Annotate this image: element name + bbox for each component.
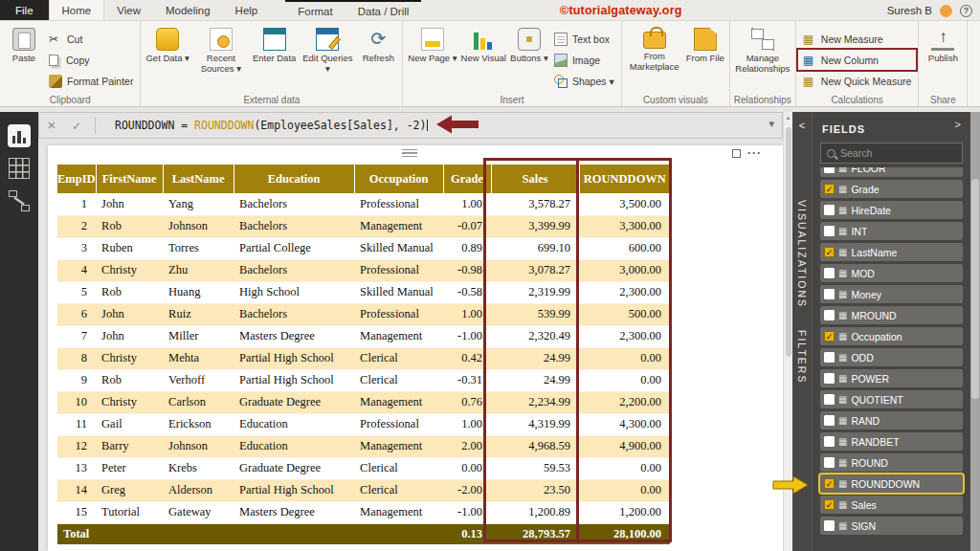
commit-icon[interactable] xyxy=(64,117,89,134)
new-measure-button[interactable]: New Measure xyxy=(799,30,916,48)
new-page-button[interactable]: New Page ▾ xyxy=(406,24,458,64)
tab-data-drill[interactable]: Data / Drill xyxy=(345,2,422,20)
visualizations-tab[interactable]: VISUALIZATIONS xyxy=(796,200,808,308)
filters-tab[interactable]: FILTERS xyxy=(796,330,808,384)
field-item-sign[interactable]: SIGN xyxy=(820,517,963,535)
table-row[interactable]: 15TutorialGatewayMasters DegreeManagemen… xyxy=(57,501,670,523)
edit-queries-button[interactable]: Edit Queries ▾ xyxy=(298,24,357,75)
new-quick-measure-button[interactable]: New Quick Measure xyxy=(799,72,916,90)
field-item-floor[interactable]: FLOOR xyxy=(820,167,963,177)
tab-home[interactable]: Home xyxy=(49,0,105,20)
report-page[interactable]: EmpIDFirstNameLastNameEducationOccupatio… xyxy=(48,145,783,551)
canvas-scrollbar-thumb[interactable] xyxy=(786,127,791,357)
nav-data-view[interactable] xyxy=(0,152,38,185)
checkbox-round[interactable] xyxy=(824,457,835,468)
column-header-education[interactable]: Education xyxy=(234,165,354,193)
tab-file[interactable]: File xyxy=(0,0,49,20)
checkbox-mround[interactable] xyxy=(824,310,835,320)
more-options-icon[interactable] xyxy=(747,146,762,160)
checkbox-money[interactable] xyxy=(824,289,835,299)
table-row[interactable]: 2RobJohnsonBachelorsManagement-0.073,399… xyxy=(57,215,670,237)
table-row[interactable]: 10ChristyCarlsonGraduate DegreeManagemen… xyxy=(57,391,670,413)
scroll-up-icon[interactable] xyxy=(784,112,792,123)
checkbox-sales[interactable] xyxy=(824,499,835,510)
table-row[interactable]: 12BarryJohnsonEducationManagement2.004,9… xyxy=(57,435,670,457)
table-row[interactable]: 9RobVerhoffPartial High SchoolClerical-0… xyxy=(57,369,670,391)
column-header-firstname[interactable]: FirstName xyxy=(96,165,163,193)
field-item-sales[interactable]: Sales xyxy=(820,496,963,514)
field-item-int[interactable]: INT xyxy=(820,222,963,240)
table-row[interactable]: 6JohnRuizBachelorsProfessional1.00539.99… xyxy=(57,303,670,325)
field-item-mround[interactable]: MROUND xyxy=(820,306,963,324)
field-item-rounddown[interactable]: ROUNDDOWN xyxy=(820,474,963,493)
tab-modeling[interactable]: Modeling xyxy=(153,0,223,20)
field-item-money[interactable]: Money xyxy=(820,285,963,303)
table-row[interactable]: 8ChristyMehtaPartial High SchoolClerical… xyxy=(57,347,670,369)
new-visual-button[interactable]: New Visual xyxy=(459,24,508,64)
checkbox-floor[interactable] xyxy=(824,167,835,173)
field-item-round[interactable]: ROUND xyxy=(820,453,963,472)
field-item-rand[interactable]: RAND xyxy=(820,411,963,430)
table-row[interactable]: 3RubenTorresPartial CollegeSkilled Manua… xyxy=(57,237,670,259)
field-item-randbet[interactable]: RANDBET xyxy=(820,432,963,451)
publish-button[interactable]: Publish xyxy=(922,24,964,64)
get-data-button[interactable]: Get Data ▾ xyxy=(144,24,190,64)
avatar-icon[interactable] xyxy=(940,5,952,17)
image-button[interactable]: Image xyxy=(550,51,618,69)
checkbox-int[interactable] xyxy=(824,226,835,236)
column-header-occupation[interactable]: Occupation xyxy=(354,165,443,193)
table-row[interactable]: 13PeterKrebsGraduate DegreeClerical0.005… xyxy=(57,457,670,479)
table-row[interactable]: 11GailEricksonEducationProfessional1.004… xyxy=(57,413,670,435)
formula-text[interactable]: ROUNDDOWN = ROUNDDOWN(EmployeeSales[Sale… xyxy=(115,119,428,132)
recent-sources-button[interactable]: Recent Sources ▾ xyxy=(191,24,251,75)
table-row[interactable]: 1JohnYangBachelorsProfessional1.003,578.… xyxy=(57,193,670,215)
collapse-panel-icon[interactable]: < xyxy=(792,120,812,131)
from-file-button[interactable]: From File xyxy=(684,24,726,64)
field-item-quotient[interactable]: QUOTIENT xyxy=(820,390,963,408)
report-table[interactable]: EmpIDFirstNameLastNameEducationOccupatio… xyxy=(57,165,670,544)
column-header-lastname[interactable]: LastName xyxy=(163,165,234,193)
expand-fields-icon[interactable]: > xyxy=(955,119,961,130)
column-header-rounddown[interactable]: ROUNDDOWN xyxy=(579,165,670,193)
checkbox-occupation[interactable] xyxy=(824,331,835,342)
fields-search[interactable] xyxy=(820,143,963,164)
focus-mode-icon[interactable] xyxy=(732,149,741,158)
help-icon[interactable] xyxy=(960,5,972,17)
visual-drag-handle[interactable] xyxy=(402,149,417,157)
nav-model-view[interactable] xyxy=(0,185,38,217)
table-row[interactable]: 5RobHuangHigh SchoolSkilled Manual-0.582… xyxy=(57,281,670,303)
table-row[interactable]: 4ChristyZhuBachelorsProfessional-0.983,0… xyxy=(57,259,670,281)
manage-relationships-button[interactable]: Manage Relationships xyxy=(733,24,792,75)
from-marketplace-button[interactable]: From Marketplace xyxy=(625,24,684,73)
table-row[interactable]: 14GregAldersonPartial High SchoolClerica… xyxy=(57,479,670,501)
new-column-button[interactable]: New Column xyxy=(799,51,916,69)
checkbox-odd[interactable] xyxy=(824,352,835,363)
paste-button[interactable]: Paste xyxy=(3,24,45,64)
fields-scrollbar[interactable] xyxy=(970,112,980,551)
checkbox-rounddown[interactable] xyxy=(824,478,835,489)
checkbox-randbet[interactable] xyxy=(824,436,835,447)
checkbox-rand[interactable] xyxy=(824,415,835,426)
nav-report-view[interactable] xyxy=(0,120,38,152)
checkbox-lastname[interactable] xyxy=(824,247,835,257)
checkbox-mod[interactable] xyxy=(824,268,835,278)
search-input[interactable] xyxy=(840,147,956,159)
cut-button[interactable]: Cut xyxy=(45,30,137,48)
checkbox-power[interactable] xyxy=(824,373,835,384)
field-item-power[interactable]: POWER xyxy=(820,369,963,387)
buttons-button[interactable]: Buttons ▾ xyxy=(508,24,550,64)
tab-view[interactable]: View xyxy=(104,0,153,20)
cancel-icon[interactable] xyxy=(39,117,64,134)
text-box-button[interactable]: Text box xyxy=(550,30,618,48)
column-header-empid[interactable]: EmpID xyxy=(57,165,96,193)
tab-format[interactable]: Format xyxy=(285,2,345,20)
field-item-hiredate[interactable]: HireDate xyxy=(820,201,963,219)
field-item-lastname[interactable]: LastName xyxy=(820,243,963,261)
formula-bar[interactable]: ROUNDDOWN = ROUNDDOWN(EmployeeSales[Sale… xyxy=(38,112,783,139)
checkbox-hiredate[interactable] xyxy=(824,205,835,215)
shapes-button[interactable]: Shapes ▾ xyxy=(550,72,618,90)
field-item-occupation[interactable]: Occupation xyxy=(820,327,963,345)
checkbox-sign[interactable] xyxy=(824,520,835,531)
tab-help[interactable]: Help xyxy=(223,0,271,20)
column-header-grade[interactable]: Grade xyxy=(443,165,491,193)
